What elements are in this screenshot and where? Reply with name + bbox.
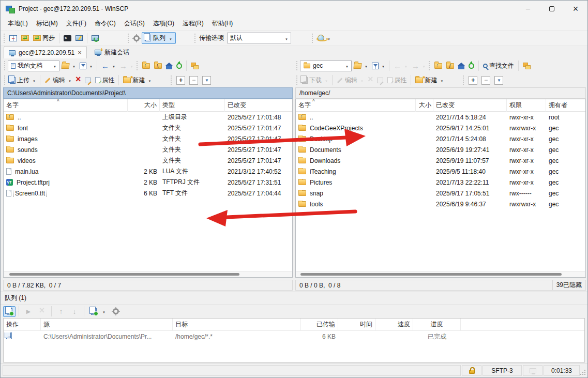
column-header-type[interactable]: 类型 — [160, 99, 225, 112]
file-row[interactable]: main.lua 2 KB LUA 文件 2021/3/12 17:40:52 — [4, 166, 292, 177]
remote-directory-combo[interactable]: gec — [300, 61, 352, 71]
queue-row[interactable]: C:\Users\Administrator\Documents\Pr... /… — [4, 331, 584, 342]
file-row[interactable]: font 文件夹 2025/5/27 17:01:47 — [4, 123, 292, 133]
file-row[interactable]: Downloads 2025/9/19 11:07:57 rwxr-xr-x g… — [296, 155, 585, 166]
file-row[interactable]: .. 上级目录 2025/5/27 17:01:48 — [4, 112, 292, 123]
upload-button[interactable]: 上传 — [8, 74, 38, 86]
local-forward-button[interactable] — [117, 60, 135, 72]
synchronize-button[interactable]: 同步 — [31, 32, 57, 44]
remote-path-bar[interactable]: /home/gec/ — [295, 87, 586, 99]
scrollbar-thumb[interactable] — [300, 273, 562, 276]
new-session-tab[interactable]: 新建会话 — [90, 46, 134, 58]
edit-dropdown-icon[interactable] — [68, 77, 71, 84]
file-row[interactable]: Desktop 2021/7/14 5:24:08 rwxr-xr-x gec — [296, 133, 585, 144]
local-select-button[interactable] — [174, 74, 187, 86]
file-row[interactable]: iTeaching 2025/9/5 11:18:40 rwxr-xr-x ge… — [296, 166, 585, 177]
queue-cycle-button[interactable] — [87, 306, 100, 317]
column-header-owner[interactable]: 拥有者 — [546, 99, 579, 112]
file-row[interactable]: videos 文件夹 2025/5/27 17:01:47 — [4, 155, 292, 166]
file-row[interactable]: images 文件夹 2025/5/27 17:01:47 — [4, 133, 292, 144]
tab-close-icon[interactable] — [78, 49, 82, 56]
remote-tree-button[interactable] — [521, 61, 533, 71]
column-header-source[interactable]: 源 — [41, 319, 173, 331]
local-edit-button[interactable]: 编辑 — [42, 74, 73, 86]
local-root-directory-button[interactable] — [152, 62, 164, 70]
remote-open-directory-button[interactable] — [352, 61, 370, 71]
open-directory-dropdown-icon[interactable] — [72, 62, 76, 69]
local-drive-combo[interactable]: 我的文档 — [8, 61, 59, 71]
find-files-button[interactable]: 查找文件 — [481, 60, 516, 72]
menu-item[interactable]: 选项(O) — [149, 17, 178, 30]
connection-cell[interactable] — [523, 365, 542, 376]
session-tab[interactable]: gec@172.20.209.51 — [4, 46, 87, 58]
column-header-operation[interactable]: 操作 — [4, 319, 41, 331]
upload-dropdown-icon[interactable] — [33, 77, 36, 84]
column-header-target[interactable]: 目标 — [173, 319, 301, 331]
filter-dropdown-icon[interactable] — [89, 62, 93, 69]
file-row[interactable]: Screen0.tft 6 KB TFT 文件 2025/5/27 17:04:… — [4, 188, 292, 199]
column-header-name[interactable]: 名字^ — [296, 99, 416, 112]
scrollbar-thumb[interactable] — [9, 273, 239, 276]
local-tree-button[interactable] — [189, 61, 201, 71]
file-row[interactable]: Documents 2025/6/19 19:27:41 rwxr-xr-x g… — [296, 144, 585, 155]
local-unselect-button[interactable] — [187, 74, 200, 86]
filter-dropdown-icon[interactable] — [382, 62, 385, 69]
remote-parent-directory-button[interactable] — [432, 62, 444, 70]
new-dropdown-icon[interactable] — [440, 77, 443, 84]
column-header-permissions[interactable]: 权限 — [507, 99, 546, 112]
column-header-modified[interactable]: 已改变 — [225, 99, 289, 112]
column-header-size[interactable]: 大小 — [416, 99, 433, 112]
preferences-button[interactable] — [131, 34, 142, 43]
menu-item[interactable]: 标记(M) — [32, 17, 62, 30]
local-new-button[interactable]: 新建 — [121, 74, 153, 86]
file-row[interactable]: .. 2021/7/14 5:18:24 rwxr-xr-x root — [296, 112, 585, 123]
queue-dropdown-icon[interactable] — [169, 35, 172, 42]
column-header-modified[interactable]: 已改变 — [433, 99, 507, 112]
close-button[interactable] — [564, 1, 587, 17]
menu-item[interactable]: 会话(S) — [120, 17, 149, 30]
minimize-button[interactable] — [516, 1, 540, 17]
column-header-name[interactable]: 名字^ — [4, 99, 128, 112]
file-row[interactable]: sounds 文件夹 2025/5/27 17:01:47 — [4, 144, 292, 155]
file-row[interactable]: snap 2025/9/17 17:05:51 rwx------ gec — [296, 188, 585, 199]
remote-horizontal-scrollbar[interactable] — [296, 271, 585, 277]
open-console-button[interactable] — [62, 34, 73, 43]
remote-filter-button[interactable] — [370, 61, 387, 71]
local-filter-button[interactable] — [78, 61, 95, 71]
local-invert-selection-button[interactable] — [200, 74, 213, 86]
menu-item[interactable]: 远程(R) — [178, 17, 208, 30]
remote-new-button[interactable]: 新建 — [413, 74, 445, 86]
remote-unselect-button[interactable] — [479, 74, 492, 86]
menu-item[interactable]: 帮助(H) — [208, 17, 237, 30]
update-button[interactable] — [315, 33, 333, 43]
column-header-size[interactable]: 大小 — [128, 99, 160, 112]
local-back-button[interactable] — [99, 60, 117, 72]
file-row[interactable]: Pictures 2021/7/13 22:22:11 rwxr-xr-x ge… — [296, 177, 585, 188]
local-refresh-button[interactable] — [174, 62, 184, 70]
local-home-button[interactable] — [164, 61, 174, 71]
local-horizontal-scrollbar[interactable] — [4, 271, 292, 277]
local-path-bar[interactable]: C:\Users\Administrator\Documents\Project… — [3, 87, 293, 99]
menu-item[interactable]: 本地(L) — [4, 17, 32, 30]
resize-grip[interactable] — [580, 365, 586, 376]
refresh-session-button[interactable] — [89, 34, 101, 42]
remote-invert-selection-button[interactable] — [492, 74, 505, 86]
open-putty-button[interactable] — [73, 34, 85, 42]
menu-item[interactable]: 命令(C) — [91, 17, 120, 30]
file-row[interactable]: CodeGeeXProjects 2025/9/17 14:25:01 rwxr… — [296, 123, 585, 133]
remote-root-directory-button[interactable] — [444, 62, 456, 70]
remote-refresh-button[interactable] — [466, 62, 476, 70]
local-parent-directory-button[interactable] — [140, 62, 152, 70]
update-dropdown-icon[interactable] — [327, 35, 330, 42]
local-open-directory-button[interactable] — [59, 61, 78, 71]
remote-home-button[interactable] — [456, 61, 466, 71]
protocol-cell[interactable]: SFTP-3 — [483, 365, 522, 376]
queue-preferences-button[interactable] — [110, 306, 122, 317]
column-header-time[interactable]: 时间 — [338, 319, 375, 331]
encryption-cell[interactable] — [462, 365, 481, 376]
queue-cycle-dropdown-icon[interactable] — [102, 308, 105, 315]
file-row[interactable]: Project.tftprj 2 KB TFTPRJ 文件 2025/5/27 … — [4, 177, 292, 188]
file-row[interactable]: tools 2025/6/19 9:46:37 rwxrwxr-x gec — [296, 199, 585, 209]
local-delete-button[interactable] — [73, 75, 83, 85]
open-directory-dropdown-icon[interactable] — [365, 62, 368, 69]
